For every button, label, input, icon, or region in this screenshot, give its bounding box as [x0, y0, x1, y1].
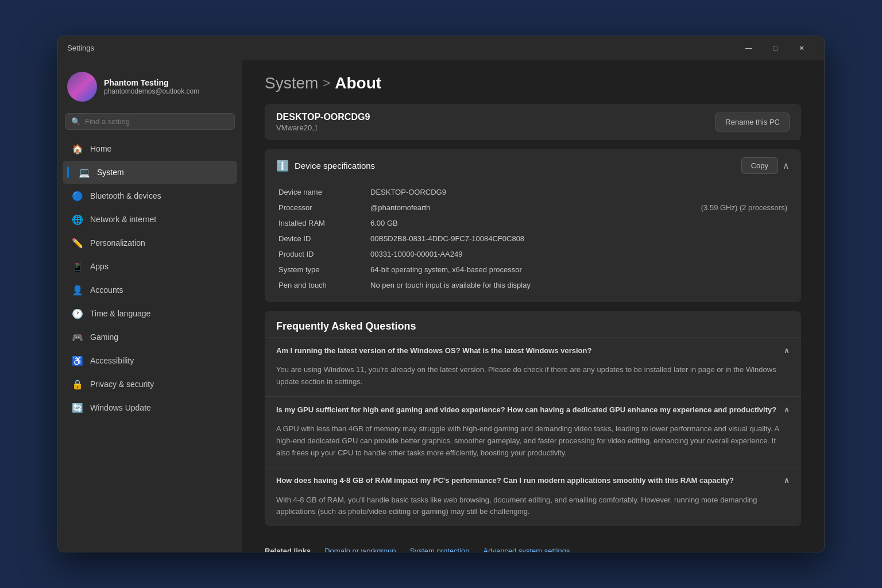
spec-label: Device name: [278, 188, 370, 196]
sidebar-label-gaming: Gaming: [90, 332, 118, 342]
personalization-icon: ✏️: [72, 237, 83, 249]
spec-value: 00331-10000-00001-AA249: [370, 250, 787, 258]
sidebar-item-apps[interactable]: 📱 Apps: [63, 255, 237, 278]
titlebar-controls: — □ ✕: [736, 39, 815, 57]
faq-title: Frequently Asked Questions: [265, 311, 801, 337]
spec-extra: (3.59 GHz) (2 processors): [701, 203, 787, 212]
sidebar-label-accessibility: Accessibility: [90, 356, 134, 365]
nav-list: 🏠 Home 💻 System 🔵 Bluetooth & devices 🌐 …: [58, 137, 242, 420]
faq-item-2: How does having 4-8 GB of RAM impact my …: [265, 467, 801, 526]
search-box[interactable]: 🔍: [65, 113, 235, 130]
titlebar: Settings — □ ✕: [58, 36, 824, 60]
collapse-icon: ∧: [783, 160, 790, 171]
pc-info: DESKTOP-OORCDG9 VMware20,1: [276, 112, 370, 132]
spec-value: 64-bit operating system, x64-based proce…: [370, 265, 787, 274]
sidebar-item-gaming[interactable]: 🎮 Gaming: [63, 326, 237, 349]
spec-row: Device ID 00B5D2B8-0831-4DDC-9FC7-10084C…: [278, 231, 787, 246]
spec-label: Pen and touch: [278, 281, 370, 289]
device-specs-card: ℹ️ Device specifications Copy ∧ Device n…: [265, 149, 801, 302]
sidebar: Phantom Testing phantomodemos@outlook.co…: [58, 60, 242, 552]
sidebar-label-bluetooth: Bluetooth & devices: [90, 191, 161, 200]
sidebar-label-update: Windows Update: [90, 403, 151, 412]
spec-label: Product ID: [278, 250, 370, 258]
sidebar-label-system: System: [97, 168, 124, 177]
breadcrumb-parent[interactable]: System: [265, 74, 318, 92]
sidebar-item-time[interactable]: 🕐 Time & language: [63, 302, 237, 325]
sidebar-label-time: Time & language: [90, 309, 150, 318]
faq-question-2[interactable]: How does having 4-8 GB of RAM impact my …: [265, 467, 801, 494]
search-input[interactable]: [85, 117, 229, 126]
search-icon: 🔍: [71, 117, 80, 126]
card-header-right: Copy ∧: [741, 157, 790, 174]
related-link-protection[interactable]: System protection: [409, 547, 469, 552]
card-header-left: ℹ️ Device specifications: [276, 160, 375, 172]
spec-value: 00B5D2B8-0831-4DDC-9FC7-10084CF0C808: [370, 234, 787, 243]
spec-label: Device ID: [278, 234, 370, 243]
related-links-list: Domain or workgroupSystem protectionAdva…: [324, 547, 570, 552]
spec-value: @phantomofearth: [370, 203, 690, 212]
titlebar-title: Settings: [67, 44, 736, 52]
sidebar-item-home[interactable]: 🏠 Home: [63, 137, 237, 160]
info-icon: ℹ️: [276, 160, 289, 172]
sidebar-item-accounts[interactable]: 👤 Accounts: [63, 278, 237, 301]
sidebar-item-system[interactable]: 💻 System: [63, 161, 237, 184]
apps-icon: 📱: [72, 261, 83, 272]
minimize-button[interactable]: —: [736, 39, 762, 57]
spec-row: System type 64-bit operating system, x64…: [278, 262, 787, 277]
sidebar-item-accessibility[interactable]: ♿ Accessibility: [63, 349, 237, 372]
pc-name: DESKTOP-OORCDG9: [276, 112, 370, 122]
sidebar-item-privacy[interactable]: 🔒 Privacy & security: [63, 373, 237, 396]
spec-row: Installed RAM 6.00 GB: [278, 215, 787, 231]
sidebar-label-network: Network & internet: [90, 215, 156, 224]
pc-vm: VMware20,1: [276, 123, 370, 132]
spec-value: No pen or touch input is available for t…: [370, 281, 787, 289]
faq-chevron-0: ∧: [784, 346, 790, 356]
sidebar-label-personalization: Personalization: [90, 238, 145, 247]
close-button[interactable]: ✕: [788, 39, 815, 57]
faq-question-text-1: Is my GPU sufficient for high end gaming…: [276, 405, 776, 415]
related-link-advanced[interactable]: Advanced system settings: [483, 547, 570, 552]
faq-answer-0: You are using Windows 11, you're already…: [265, 364, 801, 396]
time-icon: 🕐: [72, 308, 83, 319]
faq-question-text-2: How does having 4-8 GB of RAM impact my …: [276, 475, 734, 486]
maximize-button[interactable]: □: [762, 39, 788, 57]
user-email: phantomodemos@outlook.com: [104, 87, 199, 95]
copy-button[interactable]: Copy: [741, 157, 778, 174]
faq-chevron-2: ∧: [784, 475, 790, 486]
sidebar-item-personalization[interactable]: ✏️ Personalization: [63, 231, 237, 254]
related-links: Related links Domain or workgroupSystem …: [265, 535, 801, 552]
faq-question-0[interactable]: Am I running the latest version of the W…: [265, 338, 801, 364]
faq-chevron-1: ∧: [784, 405, 790, 415]
sidebar-item-bluetooth[interactable]: 🔵 Bluetooth & devices: [63, 184, 237, 207]
accounts-icon: 👤: [72, 284, 83, 296]
sidebar-label-accounts: Accounts: [90, 285, 123, 295]
sidebar-label-apps: Apps: [90, 262, 109, 271]
network-icon: 🌐: [72, 214, 83, 225]
spec-row: Pen and touch No pen or touch input is a…: [278, 277, 787, 293]
faq-question-text-0: Am I running the latest version of the W…: [276, 346, 591, 356]
related-link-domain[interactable]: Domain or workgroup: [324, 547, 396, 552]
spec-value: DESKTOP-OORCDG9: [370, 188, 787, 196]
spec-row: Processor @phantomofearth (3.59 GHz) (2 …: [278, 200, 787, 215]
faq-answer-1: A GPU with less than 4GB of memory may s…: [265, 423, 801, 467]
sidebar-label-home: Home: [90, 144, 111, 153]
device-specs-header[interactable]: ℹ️ Device specifications Copy ∧: [265, 149, 801, 182]
spec-label: System type: [278, 265, 370, 274]
faq-list: Am I running the latest version of the W…: [265, 337, 801, 526]
user-profile[interactable]: Phantom Testing phantomodemos@outlook.co…: [58, 60, 242, 113]
user-name: Phantom Testing: [104, 78, 199, 87]
sidebar-item-update[interactable]: 🔄 Windows Update: [63, 396, 237, 419]
specs-table: Device name DESKTOP-OORCDG9 Processor @p…: [265, 182, 801, 302]
faq-item-1: Is my GPU sufficient for high end gaming…: [265, 396, 801, 467]
pc-header: DESKTOP-OORCDG9 VMware20,1 Rename this P…: [265, 104, 801, 140]
sidebar-item-network[interactable]: 🌐 Network & internet: [63, 208, 237, 231]
device-specs-title: Device specifications: [295, 161, 375, 171]
rename-pc-button[interactable]: Rename this PC: [715, 113, 790, 131]
faq-question-1[interactable]: Is my GPU sufficient for high end gaming…: [265, 397, 801, 423]
breadcrumb: System > About: [265, 74, 801, 92]
faq-item-0: Am I running the latest version of the W…: [265, 337, 801, 396]
faq-card: Frequently Asked Questions Am I running …: [265, 311, 801, 526]
search-container: 🔍: [58, 113, 242, 137]
spec-label: Processor: [278, 203, 370, 212]
bluetooth-icon: 🔵: [72, 190, 83, 202]
